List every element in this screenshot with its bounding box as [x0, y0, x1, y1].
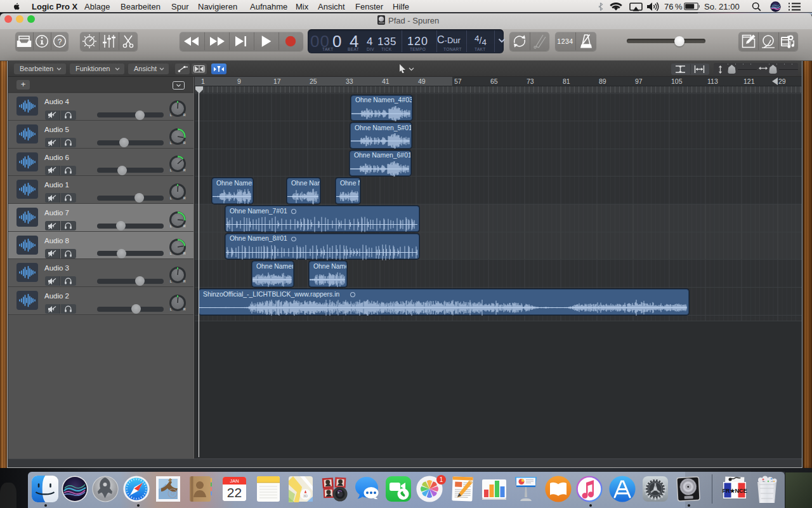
- svg-text:JAN: JAN: [230, 478, 239, 484]
- svg-text:3D: 3D: [303, 494, 308, 498]
- svg-text:FR★NCE: FR★NCE: [722, 488, 747, 494]
- svg-text:22: 22: [227, 485, 242, 500]
